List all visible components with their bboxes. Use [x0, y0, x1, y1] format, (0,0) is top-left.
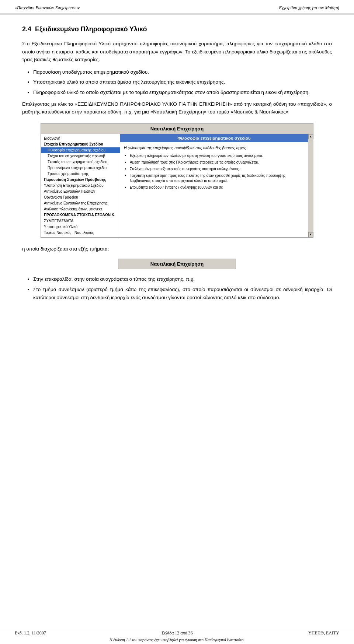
- right-panel-header: Φιλοσοφία επιχειρηματικού σχεδίου: [120, 134, 308, 142]
- left-panel-item[interactable]: Υλοποίηση Επιχειρηματικού Σχεδίου: [41, 183, 120, 189]
- after-screenshot-text: η οποία διαχωρίζεται στα εξής τμήματα:: [22, 245, 332, 253]
- right-panel: Φιλοσοφία επιχειρηματικού σχεδίου Η φιλο…: [120, 134, 308, 237]
- footer-left: Εκδ. 1.2, 11/2007: [15, 630, 46, 636]
- footer-main: Εκδ. 1.2, 11/2007 Σελίδα 12 από 36 ΥΠΕΠΘ…: [15, 630, 339, 636]
- left-panel-item[interactable]: Προτεινόμενο επιχειρηματικό σχέδιο: [41, 165, 120, 171]
- main-content: 2.4 Εξειδικευμένο Πληροφοριακό Υλικό Στο…: [0, 14, 354, 312]
- right-panel-intro: Η φιλοσοφία της επιχείρησης συνοψίζεται …: [124, 145, 304, 151]
- scroll-down-button[interactable]: ▼: [308, 232, 313, 237]
- screenshot-title: Ναυτιλιακή Επιχείρηση: [41, 124, 313, 134]
- right-panel-content: Η φιλοσοφία της επιχείρησης συνοψίζεται …: [120, 142, 308, 237]
- bullet-list-1: Παρουσίαση υποδείγματος επιχειρηματικού …: [33, 68, 332, 97]
- left-panel-item[interactable]: Οργάνωση Γραφείου: [41, 195, 120, 200]
- right-panel-bullets: Εξεύρεση πληρωμάτων πλοίων με άριστη γνώ…: [130, 153, 304, 190]
- page-footer: Εκδ. 1.2, 11/2007 Σελίδα 12 από 36 ΥΠΕΠΘ…: [0, 628, 354, 644]
- after-bullet-item: Στην επικεφαλίδα, στην οποία αναγράφεται…: [33, 275, 332, 283]
- right-panel-bullet-item: Άμεση προώθησή τους στις Πλοιοκτήτριες ε…: [130, 160, 304, 165]
- left-panel-item[interactable]: Τομέας Ναυτικός - Ναυτιλιακός: [41, 230, 120, 236]
- list-item-3: Πληροφοριακό υλικό το οποίο σχετίζεται μ…: [33, 88, 332, 97]
- footer-center: Σελίδα 12 από 36: [162, 630, 192, 636]
- footer-right: ΥΠΕΠΘ, ΕΑΙΤΥ: [308, 630, 339, 636]
- left-panel-item[interactable]: ΣΥΜΠΕΡΑΣΜΑΤΑ: [41, 218, 120, 224]
- left-panel-item[interactable]: Αντικείμενο Εργασιών Πελατών: [41, 189, 120, 195]
- right-panel-bullet-item: Στελέχη μόνιμα και εξωτερικούς συνεργάτε…: [130, 167, 304, 172]
- left-panel-item[interactable]: Ανάλυση πλεονεκτημάτων, μειονεκτ.: [41, 206, 120, 212]
- scrollbar[interactable]: ▲ ▼: [308, 134, 313, 237]
- left-panel[interactable]: ΕισαγωγήΣτοιχεία Επιχειρηματικού Σχεδίου…: [41, 134, 120, 237]
- header-right: Εγχειρίδιο χρήσης για τον Μαθητή: [279, 5, 339, 11]
- screenshot-inner: ΕισαγωγήΣτοιχεία Επιχειρηματικού Σχεδίου…: [41, 134, 313, 237]
- list-item-1: Παρουσίαση υποδείγματος επιχειρηματικού …: [33, 68, 332, 76]
- left-panel-item[interactable]: Στόχοι του επιχειρηματικής πρωτοβ.: [41, 153, 120, 159]
- left-panel-item[interactable]: Αντικείμενο Εργασιών της Επιχείρησης: [41, 200, 120, 206]
- scroll-up-button[interactable]: ▲: [308, 134, 313, 139]
- left-panel-item[interactable]: Παρουσίαση Στοιχείων Πρόσβασης: [41, 177, 120, 183]
- list-item-2: Υποστηρικτικό υλικό το οποίο άπτεται άμε…: [33, 78, 332, 86]
- left-panel-item[interactable]: ΠΡΟΣΔΟΚΩΜΕΝΑ ΣΤΟΙΧΕΙΑ ΕΣΟΔΩΝ Κ.: [41, 212, 120, 218]
- left-panel-item[interactable]: Στοιχεία Επιχειρηματικού Σχεδίου: [41, 141, 120, 147]
- screenshot-container: Ναυτιλιακή Επιχείρηση ΕισαγωγήΣτοιχεία Ε…: [41, 123, 313, 238]
- small-title-box: Ναυτιλιακή Επιχείρηση: [118, 259, 236, 269]
- left-panel-item[interactable]: Εισαγωγή: [41, 136, 120, 141]
- left-panel-item[interactable]: Φιλοσοφία επιχειρηματικής σχεδίου: [41, 147, 120, 153]
- left-panel-item[interactable]: Σκοπός του επιχειρηματικού σχεδίου: [41, 159, 120, 165]
- after-bullet-item: Στο τμήμα συνδέσμων (αριστερό τμήμα κάτω…: [33, 286, 332, 301]
- right-panel-bullet-item: Ταχύτατη εξυπηρέτηση προς τους πελάτες τ…: [130, 173, 304, 183]
- footer-note: Η έκδοση 1.1 του παρόντος έχει υποβληθεί…: [15, 637, 339, 642]
- left-panel-item[interactable]: Υποστηρικτικό Υλικό: [41, 224, 120, 230]
- left-panel-item[interactable]: Τρόπος χρηματοδότησης: [41, 171, 120, 177]
- right-panel-bullet-item: Ετοιμότητα εισόδου / ένταξης / ανάληψης …: [130, 185, 304, 190]
- right-panel-bullet-item: Εξεύρεση πληρωμάτων πλοίων με άριστη γνώ…: [130, 153, 304, 158]
- page-header: «Παιχνίδι» Εικονικών Επιχειρήσεων Εγχειρ…: [0, 0, 354, 14]
- paragraph-1: Στο Εξειδικευμένο Πληροφοριακό Υλικό παρ…: [22, 40, 332, 64]
- paragraph-2: Επιλέγοντας με κλικ το «ΕΞΕΙΔΙΚΕΥΜΕΝΟ ΠΛ…: [22, 100, 332, 116]
- after-bullets-list: Στην επικεφαλίδα, στην οποία αναγράφεται…: [33, 275, 332, 301]
- section-heading: 2.4 Εξειδικευμένο Πληροφοριακό Υλικό: [22, 25, 332, 33]
- header-left: «Παιχνίδι» Εικονικών Επιχειρήσεων: [15, 5, 80, 11]
